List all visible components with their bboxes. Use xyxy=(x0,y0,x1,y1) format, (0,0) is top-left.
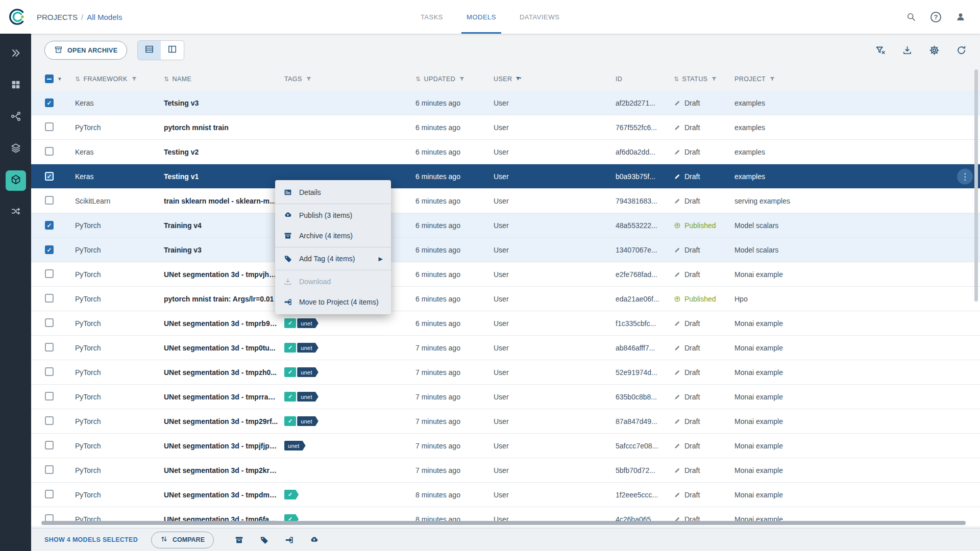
caret-down-icon[interactable]: ▾ xyxy=(58,76,61,82)
row-checkbox[interactable] xyxy=(45,441,54,449)
row-checkbox[interactable] xyxy=(45,294,54,303)
row-checkbox[interactable] xyxy=(45,465,54,474)
row-checkbox[interactable] xyxy=(45,490,54,498)
row-checkbox[interactable] xyxy=(45,221,54,230)
funnel-active-icon[interactable] xyxy=(515,76,522,83)
funnel-icon[interactable] xyxy=(305,76,312,83)
tab-models[interactable]: MODELS xyxy=(467,0,496,34)
archive-icon xyxy=(54,45,63,56)
row-checkbox[interactable] xyxy=(45,367,54,376)
models-table: ▾⇅FRAMEWORK⇅NAMETAGS⇅UPDATEDUSERID⇅STATU… xyxy=(31,67,980,526)
column-header-id[interactable]: ID xyxy=(616,76,674,83)
sidebar-item-dashboard[interactable] xyxy=(6,76,26,96)
sort-icon[interactable]: ⇅ xyxy=(415,76,421,83)
footer-publish-button[interactable] xyxy=(309,535,319,545)
column-header-user[interactable]: USER xyxy=(494,76,616,83)
horizontal-scrollbar[interactable] xyxy=(41,521,966,525)
column-header-framework[interactable]: ⇅FRAMEWORK xyxy=(75,76,164,83)
funnel-icon[interactable] xyxy=(710,76,718,83)
sidebar-item-datasets[interactable] xyxy=(6,139,26,159)
table-row[interactable]: PyTorchpytorch mnist train: Args/lr=0.01… xyxy=(31,287,980,311)
column-header-tags[interactable]: TAGS xyxy=(284,76,415,83)
cell-checkbox xyxy=(45,196,75,206)
table-row[interactable]: PyTorchUNet segmentation 3d - tmp29rf...… xyxy=(31,409,980,434)
row-checkbox[interactable] xyxy=(45,343,54,352)
table-view-button[interactable] xyxy=(138,41,161,60)
row-checkbox[interactable] xyxy=(45,269,54,278)
row-checkbox[interactable] xyxy=(45,98,54,107)
search-icon[interactable] xyxy=(906,12,916,22)
show-selected-button[interactable]: SHOW 4 MODELS SELECTED xyxy=(44,536,138,543)
menu-item-move-to-project-4-items[interactable]: Move to Project (4 items) xyxy=(275,292,391,312)
sidebar-item-pipelines[interactable] xyxy=(6,107,26,128)
table-row[interactable]: PyTorchTraining v46 minutes agoUser48a55… xyxy=(31,213,980,238)
vertical-scrollbar[interactable] xyxy=(974,69,978,302)
sort-icon[interactable]: ⇅ xyxy=(75,76,80,83)
menu-item-archive-4-items[interactable]: Archive (4 items) xyxy=(275,226,391,246)
clearml-logo[interactable] xyxy=(0,7,34,27)
table-row[interactable]: PyTorchUNet segmentation 3d - tmpzh0...✓… xyxy=(31,360,980,385)
draft-pencil-icon xyxy=(674,442,681,449)
row-checkbox[interactable] xyxy=(45,172,54,181)
funnel-icon[interactable] xyxy=(458,76,465,83)
table-row[interactable]: KerasTesting v16 minutes agoUserb0a93b75… xyxy=(31,164,980,189)
tab-tasks[interactable]: TASKS xyxy=(421,0,443,34)
row-checkbox[interactable] xyxy=(45,245,54,254)
sort-icon[interactable]: ⇅ xyxy=(164,76,169,83)
table-row[interactable]: PyTorchUNet segmentation 3d - tmpjfjpv..… xyxy=(31,434,980,458)
column-header-status[interactable]: ⇅STATUS xyxy=(674,76,734,83)
table-row[interactable]: PyTorchUNet segmentation 3d - tmprb9d...… xyxy=(31,311,980,336)
compare-button[interactable]: COMPARE xyxy=(151,532,214,548)
row-checkbox[interactable] xyxy=(45,392,54,400)
filter-reset-icon[interactable] xyxy=(875,45,886,56)
table-row[interactable]: PyTorchUNet segmentation 3d - tmprrae...… xyxy=(31,385,980,409)
table-row[interactable]: PyTorchUNet segmentation 3d - tmpvjhyl..… xyxy=(31,262,980,287)
cell-name: UNet segmentation 3d - tmp29rf... xyxy=(164,417,284,425)
table-row[interactable]: KerasTetsing v36 minutes agoUseraf2b2d27… xyxy=(31,91,980,115)
row-checkbox[interactable] xyxy=(45,147,54,156)
row-checkbox[interactable] xyxy=(45,318,54,327)
footer-add-tag-button[interactable] xyxy=(259,535,269,545)
column-label-name: NAME xyxy=(172,76,191,83)
auto-refresh-icon[interactable] xyxy=(956,45,967,56)
row-checkbox[interactable] xyxy=(45,122,54,131)
user-avatar[interactable] xyxy=(955,12,966,22)
row-menu-button[interactable]: ⋮ xyxy=(957,168,973,184)
table-row[interactable]: PyTorchUNet segmentation 3d - tmp0tu...✓… xyxy=(31,336,980,360)
funnel-icon[interactable] xyxy=(131,76,138,83)
split-view-button[interactable] xyxy=(161,41,184,60)
sidebar-item-models[interactable] xyxy=(6,170,26,191)
table-row[interactable]: ScikitLearntrain sklearn model - sklearn… xyxy=(31,189,980,213)
row-checkbox[interactable] xyxy=(45,196,54,205)
table-header-row: ▾⇅FRAMEWORK⇅NAMETAGS⇅UPDATEDUSERID⇅STATU… xyxy=(31,67,980,91)
open-archive-button[interactable]: OPEN ARCHIVE xyxy=(44,41,127,60)
select-all-checkbox[interactable] xyxy=(45,74,54,83)
help-icon[interactable]: ? xyxy=(930,12,941,22)
tab-dataviews[interactable]: DATAVIEWS xyxy=(520,0,559,34)
table-row[interactable]: PyTorchpytorch mnist train6 minutes agoU… xyxy=(31,115,980,140)
menu-item-publish-3-items[interactable]: Publish (3 items) xyxy=(275,205,391,226)
column-header-checkbox[interactable]: ▾ xyxy=(45,74,75,83)
settings-icon[interactable] xyxy=(929,45,940,56)
sidebar-item-workers-queues[interactable] xyxy=(6,202,26,222)
table-row[interactable]: PyTorchTraining v36 minutes agoUser13407… xyxy=(31,238,980,262)
funnel-icon[interactable] xyxy=(769,76,776,83)
table-row[interactable]: KerasTesting v26 minutes agoUseraf6d0a2d… xyxy=(31,140,980,164)
column-header-name[interactable]: ⇅NAME xyxy=(164,76,284,83)
download-table-icon[interactable] xyxy=(902,45,913,56)
sort-icon[interactable]: ⇅ xyxy=(674,76,679,83)
breadcrumb-projects[interactable]: PROJECTS xyxy=(37,13,78,21)
draft-pencil-icon xyxy=(674,197,681,205)
menu-item-add-tag-4-items[interactable]: Add Tag (4 items)▶ xyxy=(275,248,391,269)
footer-move-to-project-button[interactable] xyxy=(284,535,294,545)
table-row[interactable]: PyTorchUNet segmentation 3d - tmp2kr0...… xyxy=(31,458,980,483)
row-checkbox[interactable] xyxy=(45,416,54,425)
menu-item-details[interactable]: Details xyxy=(275,182,391,203)
table-row[interactable]: PyTorchUNet segmentation 3d - tmpdm4...✓… xyxy=(31,483,980,507)
footer-archive-button[interactable] xyxy=(234,535,244,545)
column-header-project[interactable]: PROJECT xyxy=(734,76,980,83)
breadcrumb-current[interactable]: All Models xyxy=(87,13,122,21)
column-label-user: USER xyxy=(494,76,512,83)
column-header-updated[interactable]: ⇅UPDATED xyxy=(415,76,494,83)
sidebar-item-getting-started[interactable] xyxy=(6,44,26,64)
